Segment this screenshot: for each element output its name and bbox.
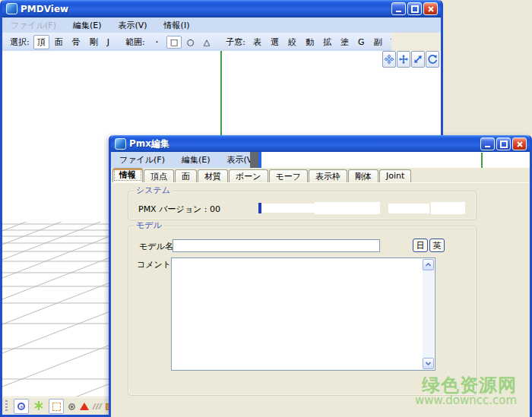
close-button[interactable] [512,137,527,150]
pmdview-menubar: ファイル(F) 編集(E) 表示(V) 情報(I) [2,17,441,33]
menu-info[interactable]: 情報(I) [156,20,198,31]
version-field[interactable] [261,204,315,213]
watermark-url: www.downcc.com [415,395,517,407]
maximize-button[interactable] [407,2,422,15]
model-name-label: モデル名 [139,241,173,252]
range-circle-button[interactable]: ○ [183,36,198,49]
scroll-up-icon[interactable] [423,259,434,270]
move-arrows-icon[interactable] [397,51,410,68]
subwin-fuku-button[interactable]: 副 [369,35,385,49]
menubar-artifact-green-line [481,153,483,168]
pmx-version-text: PMX バージョン : 00 [138,204,220,215]
pmx-menubar: ファイル(F) 編集(E) 表示(V) [111,152,530,168]
subwin-g-button[interactable]: G [354,36,369,49]
tab-joint[interactable]: Joint [379,169,411,182]
menu-file[interactable]: ファイル(F) [2,20,65,31]
select-bone-button[interactable]: 骨 [68,35,84,49]
select-face-button[interactable]: 面 [51,35,67,49]
extra-field[interactable] [431,202,465,214]
pmx-app-icon [115,138,126,150]
pmdview-titlebar[interactable]: PMDView [2,0,441,17]
tab-material[interactable]: 材質 [198,169,228,182]
menubar-artifact [258,152,261,168]
model-group-label: モデル [134,221,164,230]
pmdview-toolbar: 選択: 頂 面 骨 剛 J 範囲: ・ □ ○ △ 子窓: 表 選 絞 動 拡 … [2,33,391,51]
subwindow-label: 子窓: [226,36,245,48]
range-label: 範囲: [125,36,145,48]
range-rect-button[interactable]: □ [166,36,182,49]
tab-rigidbody[interactable]: 剛体 [348,169,378,182]
encoding-field[interactable] [315,202,380,214]
tab-morph[interactable]: モーフ [269,169,309,182]
minimize-button[interactable] [480,137,495,150]
comment-label: コメント [137,259,171,270]
watermark-site-name: 绿色资源网 [415,376,517,395]
menu-edit[interactable]: 編集(E) [173,154,219,166]
italic-marks-icon [92,403,103,409]
pmx-tabstrip: 情報 頂点 面 材質 ボーン モーフ 表示枠 剛体 Joint [112,168,411,182]
tab-info[interactable]: 情報 [112,168,143,182]
maximize-button[interactable] [496,137,511,150]
japanese-button[interactable]: 日 [413,239,428,252]
select-label: 選択: [10,36,30,48]
dashed-square-button[interactable] [49,399,64,414]
subwin-hyo-button[interactable]: 表 [249,35,265,49]
floor-grid [2,222,124,396]
toolbar-grip[interactable] [5,400,8,412]
subwin-nuri-button[interactable]: 塗 [337,35,353,49]
comment-textarea[interactable] [171,257,435,371]
select-rigid-button[interactable]: 剛 [86,35,102,49]
pmx-titlebar[interactable]: Pmx編集 [111,135,530,153]
comment-scrollbar[interactable] [423,259,434,369]
menubar-artifact [250,152,258,168]
system-group-label: システム [134,186,173,195]
english-button[interactable]: 英 [429,239,445,252]
subwin-shibo-button[interactable]: 絞 [284,35,300,49]
pan-arrows-icon[interactable] [382,51,396,68]
pmx-title: Pmx編集 [129,137,169,150]
menu-view[interactable]: 表示(V) [110,20,156,31]
green-star-icon[interactable] [33,400,44,413]
range-point-button[interactable]: ・ [149,35,165,49]
select-vertex-button[interactable]: 頂 [33,35,49,49]
menu-edit[interactable]: 編集(E) [65,20,110,31]
tab-face[interactable]: 面 [175,169,197,182]
viewport-nav-toolbar [382,51,439,68]
gray-dot-icon[interactable] [68,403,75,410]
tab-displayframe[interactable]: 表示枠 [309,169,347,182]
pmdview-title: PMDView [21,4,68,14]
select-joint-button[interactable]: J [103,36,113,49]
tab-bone[interactable]: ボーン [229,169,268,182]
toolbar-gap [391,33,441,51]
subwin-kaku-button[interactable]: 拡 [319,35,335,49]
subwin-sen-button[interactable]: 選 [267,35,283,49]
scale-arrow-icon[interactable] [411,51,425,68]
pmdview-app-icon [6,3,17,14]
circle-select-button[interactable] [14,399,29,414]
minimize-button[interactable] [391,2,406,15]
uv-field[interactable] [388,204,429,213]
screen: PMDView ファイル(F) 編集(E) 表示(V) 情報(I) 選択: 頂 … [0,0,532,417]
model-name-input[interactable] [173,239,380,252]
range-triangle-button[interactable]: △ [200,36,214,49]
rotate-arrow-icon[interactable] [426,51,439,68]
menu-file[interactable]: ファイル(F) [111,154,173,166]
red-triangle-icon[interactable] [80,403,89,410]
subwin-dou-button[interactable]: 動 [302,35,318,49]
scroll-down-icon[interactable] [423,358,434,369]
tab-vertex[interactable]: 頂点 [144,169,174,182]
close-button[interactable] [423,2,438,15]
watermark: 绿色资源网 www.downcc.com [415,376,517,407]
